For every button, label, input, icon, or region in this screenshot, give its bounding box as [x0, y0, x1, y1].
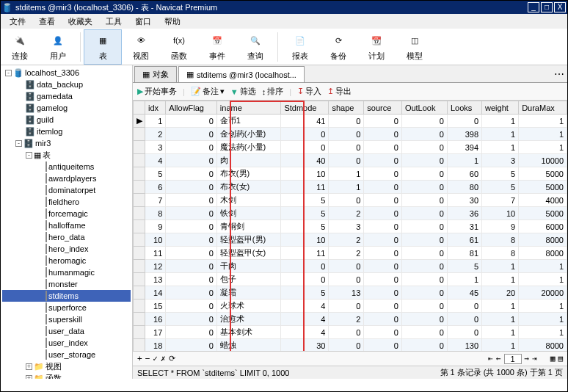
cell[interactable]: 干肉	[216, 260, 281, 273]
row-selector[interactable]	[134, 273, 145, 286]
menu-tools[interactable]: 工具	[100, 15, 128, 29]
tree-item-user_index[interactable]: user_index	[2, 337, 131, 349]
table-row[interactable]: 120干肉0000511	[134, 260, 567, 273]
menu-file[interactable]: 文件	[4, 15, 32, 29]
table-row[interactable]: 150火球术4000011	[134, 300, 567, 313]
row-selector[interactable]	[134, 154, 145, 167]
table-row[interactable]: 100轻型盔甲(男)102006188000	[134, 233, 567, 247]
cell[interactable]: 5	[281, 194, 329, 207]
cell[interactable]: 0	[401, 207, 447, 220]
cell[interactable]: 30	[281, 339, 329, 352]
cell[interactable]: 4000	[519, 194, 567, 207]
tree-item-user_storage[interactable]: user_storage	[2, 349, 131, 360]
row-selector[interactable]	[134, 167, 145, 181]
cell[interactable]: 1	[447, 154, 481, 167]
cell[interactable]: 5	[145, 167, 166, 181]
col-shape[interactable]: shape	[329, 101, 364, 115]
tree-item-awardplayers[interactable]: awardplayers	[2, 173, 131, 184]
cell[interactable]: 5000	[519, 181, 567, 194]
tree-item-monster[interactable]: monster	[2, 278, 131, 290]
cell[interactable]: 2	[329, 247, 364, 260]
cell[interactable]: 1	[519, 326, 567, 339]
cell[interactable]: 4	[281, 300, 329, 313]
tree-item-superforce[interactable]: superforce	[2, 302, 131, 313]
cell[interactable]: 0	[166, 273, 217, 286]
cell[interactable]: 0	[166, 141, 217, 154]
first-page-button[interactable]: ⇤	[488, 354, 493, 363]
cell[interactable]: 0	[364, 313, 402, 326]
cell[interactable]: 1	[519, 273, 567, 286]
cell[interactable]: 5	[482, 167, 519, 181]
cell[interactable]: 铁剑	[216, 207, 281, 220]
cell[interactable]: 40	[281, 154, 329, 167]
cell[interactable]: 2	[329, 313, 364, 326]
cell[interactable]: 1	[519, 260, 567, 273]
tree-item-user_data[interactable]: user_data	[2, 325, 131, 337]
toolbar-计划[interactable]: 📆计划	[357, 29, 396, 65]
col-idx[interactable]: idx	[145, 101, 166, 115]
cell[interactable]: 0	[329, 154, 364, 167]
cell[interactable]: 0	[401, 194, 447, 207]
prev-page-button[interactable]: ←	[496, 354, 501, 363]
cell[interactable]: 5000	[519, 207, 567, 220]
table-row[interactable]: 70木剑50003074000	[134, 194, 567, 207]
cell[interactable]: 蜡烛	[216, 339, 281, 352]
cell[interactable]: 2	[329, 233, 364, 247]
next-page-button[interactable]: →	[525, 354, 530, 363]
cell[interactable]: 2	[145, 128, 166, 141]
cell[interactable]: 0	[166, 233, 217, 247]
cell[interactable]: 0	[401, 154, 447, 167]
toolbar-备份[interactable]: ⟳备份	[319, 29, 357, 65]
cell[interactable]: 0	[281, 273, 329, 286]
cell[interactable]: 基本剑术	[216, 326, 281, 339]
table-row[interactable]: 30魔法药(小量)000039411	[134, 141, 567, 154]
cell[interactable]: 4	[145, 154, 166, 167]
cell[interactable]: 金币1	[216, 115, 281, 128]
cell[interactable]: 5	[281, 286, 329, 300]
cell[interactable]: 8	[482, 233, 519, 247]
cell[interactable]: 15	[145, 300, 166, 313]
cell[interactable]: 轻型盔甲(男)	[216, 233, 281, 247]
cell[interactable]: 1	[519, 300, 567, 313]
row-selector[interactable]	[134, 207, 145, 220]
cell[interactable]: 0	[364, 260, 402, 273]
cell[interactable]: 3	[145, 141, 166, 154]
table-row[interactable]: 80铁剑520036105000	[134, 207, 567, 220]
cell[interactable]: 火球术	[216, 300, 281, 313]
col-weight[interactable]: weight	[482, 101, 519, 115]
cell[interactable]: 0	[166, 194, 217, 207]
col-iname[interactable]: iname	[216, 101, 281, 115]
table-row[interactable]: ▶10金币141000011	[134, 115, 567, 128]
cell[interactable]: 布衣(男)	[216, 167, 281, 181]
cell[interactable]: 20000	[519, 286, 567, 300]
cell[interactable]: 0	[166, 286, 217, 300]
cell[interactable]: 5	[281, 207, 329, 220]
cell[interactable]: 6000	[519, 220, 567, 233]
cell[interactable]: 13	[329, 286, 364, 300]
cell[interactable]: 0	[364, 286, 402, 300]
table-row[interactable]: 40肉400001310000	[134, 154, 567, 167]
col-Stdmode[interactable]: Stdmode	[281, 101, 329, 115]
table-row[interactable]: 90青铜剑53003196000	[134, 220, 567, 233]
last-page-button[interactable]: ⇥	[532, 354, 537, 363]
cell[interactable]: 0	[166, 167, 217, 181]
col-source[interactable]: source	[364, 101, 402, 115]
row-selector[interactable]	[134, 313, 145, 326]
cell[interactable]: 0	[166, 207, 217, 220]
tree-item-fieldhero[interactable]: fieldhero	[2, 196, 131, 208]
cell[interactable]: 0	[166, 313, 217, 326]
cell[interactable]: 0	[281, 128, 329, 141]
table-row[interactable]: 130包子0000111	[134, 273, 567, 286]
toolbar-表[interactable]: ▦表	[84, 29, 122, 65]
expand-icon[interactable]: -	[15, 140, 22, 147]
tree-item-halloffame[interactable]: halloffame	[2, 219, 131, 231]
cell[interactable]: 1	[482, 313, 519, 326]
cell[interactable]: 1	[482, 128, 519, 141]
menu-favorites[interactable]: 收藏夹	[62, 15, 98, 29]
row-selector[interactable]	[134, 181, 145, 194]
cell[interactable]: 1	[519, 128, 567, 141]
cell[interactable]: 8000	[519, 247, 567, 260]
cell[interactable]: 0	[329, 273, 364, 286]
cell[interactable]: 0	[447, 300, 481, 313]
cell[interactable]: 81	[447, 247, 481, 260]
